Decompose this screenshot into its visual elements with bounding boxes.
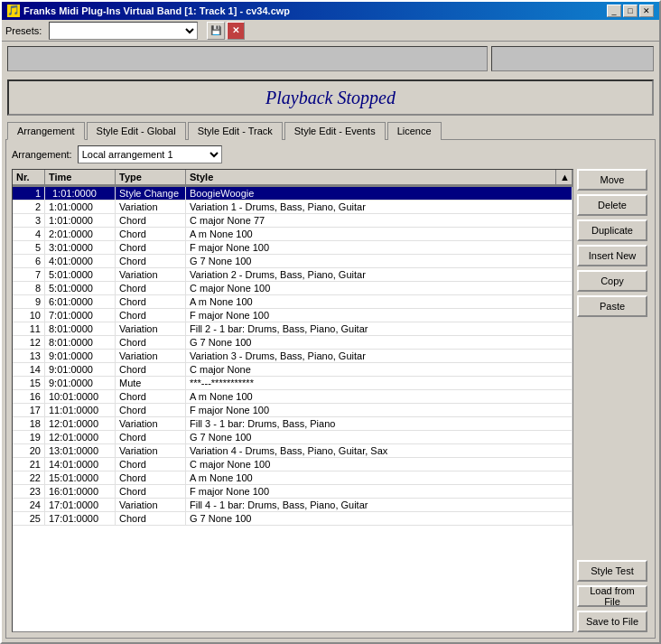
title-bar-buttons: _ □ ✕ xyxy=(607,5,654,17)
tab-arrangement[interactable]: Arrangement xyxy=(7,122,85,140)
table-row[interactable]: 2114:01:0000ChordC major None 100 xyxy=(13,458,573,471)
cell-type: Chord xyxy=(116,255,186,267)
paste-button[interactable]: Paste xyxy=(577,295,647,317)
copy-button[interactable]: Copy xyxy=(577,270,647,292)
maximize-button[interactable]: □ xyxy=(623,5,638,17)
cell-nr: 12 xyxy=(13,336,45,349)
cell-time: 1:01:0000 xyxy=(45,187,116,200)
cell-style: F major None 100 xyxy=(186,241,573,254)
cell-type: Chord xyxy=(116,390,186,403)
save-icon-btn[interactable]: 💾 xyxy=(207,22,225,40)
arrangement-row: Arrangement: Local arrangement 1 xyxy=(12,145,649,163)
table-row[interactable]: 128:01:0000ChordG 7 None 100 xyxy=(13,336,573,350)
tab-licence[interactable]: Licence xyxy=(387,122,442,140)
transport-display-left xyxy=(7,46,488,71)
menu-icons: 💾 ✕ xyxy=(207,22,245,40)
col-header-time: Time xyxy=(45,170,116,186)
table-row[interactable]: 96:01:0000ChordA m None 100 xyxy=(13,295,573,309)
table-row[interactable]: 2013:01:0000VariationVariation 4 - Drums… xyxy=(13,444,573,458)
cell-time: 14:01:0000 xyxy=(45,458,116,471)
tab-style-global[interactable]: Style Edit - Global xyxy=(87,122,186,140)
title-bar: 🎵 Franks Midi Plug-Ins Virtual Band [1: … xyxy=(2,2,659,20)
cell-type: Style Change xyxy=(116,187,186,200)
cell-time: 7:01:0000 xyxy=(45,309,116,322)
cell-time: 15:01:0000 xyxy=(45,471,116,484)
table-row[interactable]: 159:01:0000Mute***---*********** xyxy=(13,377,573,390)
cell-nr: 16 xyxy=(13,390,45,403)
cell-style: F major None 100 xyxy=(186,485,573,498)
cell-type: Chord xyxy=(116,228,186,240)
col-header-nr: Nr. xyxy=(13,170,45,186)
table-row[interactable]: 85:01:0000ChordC major None 100 xyxy=(13,282,573,295)
cell-time: 3:01:0000 xyxy=(45,241,116,254)
col-header-scroll: ▲ xyxy=(556,170,573,186)
table-row[interactable]: 2215:01:0000ChordA m None 100 xyxy=(13,471,573,485)
cell-time: 9:01:0000 xyxy=(45,377,116,389)
cell-type: Chord xyxy=(116,336,186,349)
tabs-container: Arrangement Style Edit - Global Style Ed… xyxy=(2,119,659,139)
playback-status-text: Playback Stopped xyxy=(265,88,396,108)
move-button[interactable]: Move xyxy=(577,169,647,191)
tab-style-track[interactable]: Style Edit - Track xyxy=(188,122,283,140)
table-row[interactable]: 149:01:0000ChordC major None xyxy=(13,363,573,377)
cell-style: BoogieWoogie xyxy=(186,187,573,200)
table-row[interactable]: 11:01:0000Style ChangeBoogieWoogie xyxy=(13,187,573,201)
cell-time: 12:01:0000 xyxy=(45,417,116,430)
minimize-button[interactable]: _ xyxy=(607,5,621,17)
close-button[interactable]: ✕ xyxy=(639,5,654,17)
cell-time: 6:01:0000 xyxy=(45,295,116,308)
cell-type: Chord xyxy=(116,431,186,443)
cell-time: 5:01:0000 xyxy=(45,268,116,281)
table-row[interactable]: 64:01:0000ChordG 7 None 100 xyxy=(13,255,573,268)
save-to-file-button[interactable]: Save to File xyxy=(577,611,647,632)
cell-nr: 11 xyxy=(13,322,45,335)
table-row[interactable]: 2417:01:0000VariationFill 4 - 1 bar: Dru… xyxy=(13,499,573,512)
table-row[interactable]: 1912:01:0000ChordG 7 None 100 xyxy=(13,431,573,444)
table-row[interactable]: 53:01:0000ChordF major None 100 xyxy=(13,241,573,255)
arrangement-select[interactable]: Local arrangement 1 xyxy=(78,145,222,163)
table-row[interactable]: 21:01:0000VariationVariation 1 - Drums, … xyxy=(13,201,573,214)
cell-type: Variation xyxy=(116,499,186,511)
table-header: Nr. Time Type Style ▲ xyxy=(13,170,573,187)
main-area: Nr. Time Type Style ▲ 11:01:0000Style Ch… xyxy=(12,169,649,632)
table-row[interactable]: 2316:01:0000ChordF major None 100 xyxy=(13,485,573,499)
cell-nr: 5 xyxy=(13,241,45,254)
table-scroll[interactable]: 11:01:0000Style ChangeBoogieWoogie21:01:… xyxy=(13,187,573,631)
cell-style: Variation 4 - Drums, Bass, Piano, Guitar… xyxy=(186,444,573,457)
cell-nr: 21 xyxy=(13,458,45,471)
duplicate-button[interactable]: Duplicate xyxy=(577,219,647,241)
window-title: Franks Midi Plug-Ins Virtual Band [1: Tr… xyxy=(23,5,290,16)
load-from-file-button[interactable]: Load from File xyxy=(577,585,647,607)
cell-type: Chord xyxy=(116,458,186,471)
table-row[interactable]: 75:01:0000VariationVariation 2 - Drums, … xyxy=(13,268,573,282)
table-row[interactable]: 1711:01:0000ChordF major None 100 xyxy=(13,404,573,417)
cell-type: Chord xyxy=(116,282,186,294)
table-row[interactable]: 1812:01:0000VariationFill 3 - 1 bar: Dru… xyxy=(13,417,573,431)
cell-time: 8:01:0000 xyxy=(45,322,116,335)
cell-style: C major None 77 xyxy=(186,214,573,227)
delete-button[interactable]: Delete xyxy=(577,194,647,216)
table-row[interactable]: 107:01:0000ChordF major None 100 xyxy=(13,309,573,322)
style-test-button[interactable]: Style Test xyxy=(577,560,647,582)
main-window: 🎵 Franks Midi Plug-Ins Virtual Band [1: … xyxy=(0,0,661,644)
close-icon-btn[interactable]: ✕ xyxy=(227,22,245,40)
menu-bar: Presets: 💾 ✕ xyxy=(2,20,659,42)
cell-style: F major None 100 xyxy=(186,404,573,416)
cell-style: Fill 2 - 1 bar: Drums, Bass, Piano, Guit… xyxy=(186,322,573,335)
table-row[interactable]: 1610:01:0000ChordA m None 100 xyxy=(13,390,573,404)
cell-style: G 7 None 100 xyxy=(186,512,573,525)
presets-select[interactable] xyxy=(49,22,198,40)
table-row[interactable]: 42:01:0000ChordA m None 100 xyxy=(13,228,573,241)
tab-content-arrangement: Arrangement: Local arrangement 1 Nr. Tim… xyxy=(5,139,656,639)
insert-new-button[interactable]: Insert New xyxy=(577,245,647,266)
table-row[interactable]: 2517:01:0000ChordG 7 None 100 xyxy=(13,512,573,526)
cell-nr: 15 xyxy=(13,377,45,389)
cell-nr: 8 xyxy=(13,282,45,294)
cell-nr: 2 xyxy=(13,201,45,213)
table-row[interactable]: 139:01:0000VariationVariation 3 - Drums,… xyxy=(13,350,573,363)
table-row[interactable]: 31:01:0000ChordC major None 77 xyxy=(13,214,573,228)
tab-style-events[interactable]: Style Edit - Events xyxy=(284,122,386,140)
cell-type: Variation xyxy=(116,201,186,213)
playback-status: Playback Stopped xyxy=(7,79,654,116)
table-row[interactable]: 118:01:0000VariationFill 2 - 1 bar: Drum… xyxy=(13,322,573,336)
